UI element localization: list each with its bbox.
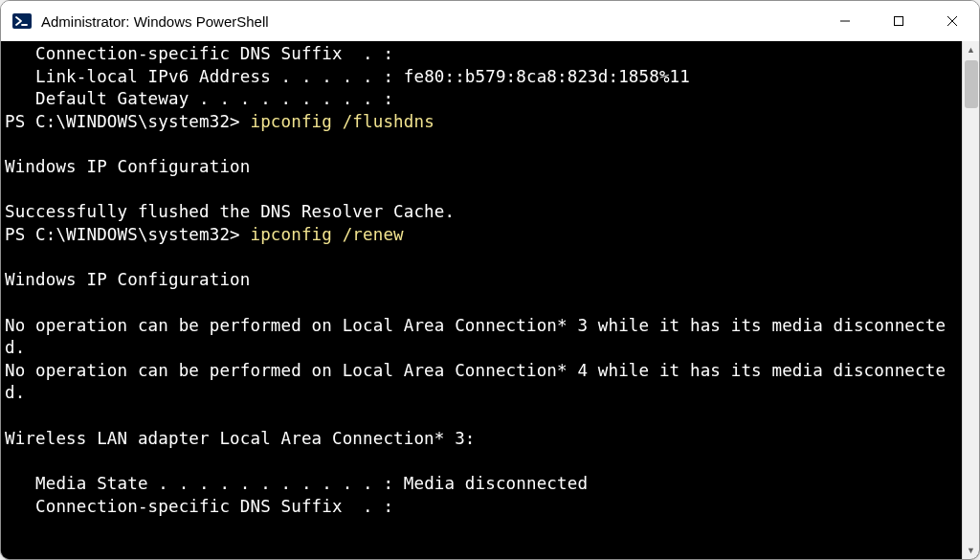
terminal-line: Media State . . . . . . . . . . . : Medi… [5,473,962,496]
terminal-line: Windows IP Configuration [5,269,962,292]
output-text: No operation can be performed on Local A… [5,361,946,403]
output-text: Media State . . . . . . . . . . . : Medi… [5,474,588,493]
powershell-icon [12,11,32,31]
close-icon [947,15,958,27]
svg-rect-3 [895,17,903,26]
output-text: Windows IP Configuration [5,270,250,289]
terminal-line: Windows IP Configuration [5,156,962,179]
terminal-line: PS C:\WINDOWS\system32> ipconfig /renew [5,224,962,247]
powershell-window: Administrator: Windows PowerShell Con [0,0,980,560]
terminal-line: Link-local IPv6 Address . . . . . : fe80… [5,66,962,89]
output-text: PS C:\WINDOWS\system32> [5,225,250,244]
output-text: Connection-specific DNS Suffix . : [5,44,393,63]
terminal-line [5,134,962,157]
scroll-up-icon[interactable]: ▲ [963,41,979,58]
terminal-line: Default Gateway . . . . . . . . . : [5,88,962,111]
close-button[interactable] [925,1,979,41]
terminal-line: Successfully flushed the DNS Resolver Ca… [5,201,962,224]
terminal-line [5,450,962,473]
titlebar[interactable]: Administrator: Windows PowerShell [1,1,979,41]
command-text: ipconfig /flushdns [250,112,434,131]
maximize-icon [893,15,904,27]
terminal-line [5,179,962,202]
output-text: Link-local IPv6 Address . . . . . : fe80… [5,67,690,86]
window-title: Administrator: Windows PowerShell [41,13,818,30]
vertical-scrollbar[interactable]: ▲ ▼ [962,41,979,559]
terminal-output[interactable]: Connection-specific DNS Suffix . : Link-… [1,41,962,559]
output-text: Successfully flushed the DNS Resolver Ca… [5,202,455,221]
scroll-thumb[interactable] [965,60,978,108]
output-text: No operation can be performed on Local A… [5,316,946,358]
terminal-line [5,292,962,315]
terminal-line: Wireless LAN adapter Local Area Connecti… [5,428,962,451]
terminal-line: PS C:\WINDOWS\system32> ipconfig /flushd… [5,111,962,134]
output-text: Wireless LAN adapter Local Area Connecti… [5,429,476,448]
output-text: Default Gateway . . . . . . . . . : [5,89,393,108]
minimize-button[interactable] [818,1,872,41]
output-text: Connection-specific DNS Suffix . : [5,497,393,516]
minimize-icon [839,15,851,27]
terminal-line: Connection-specific DNS Suffix . : [5,496,962,519]
terminal-line [5,247,962,270]
svg-rect-0 [12,13,32,29]
terminal-area: Connection-specific DNS Suffix . : Link-… [1,41,979,559]
terminal-line: No operation can be performed on Local A… [5,360,962,405]
terminal-line: Connection-specific DNS Suffix . : [5,43,962,66]
window-controls [818,1,979,41]
command-text: ipconfig /renew [250,225,403,244]
maximize-button[interactable] [872,1,925,41]
terminal-line [5,405,962,428]
output-text: Windows IP Configuration [5,157,250,176]
scroll-down-icon[interactable]: ▼ [963,542,979,559]
terminal-line: No operation can be performed on Local A… [5,315,962,360]
output-text: PS C:\WINDOWS\system32> [5,112,250,131]
